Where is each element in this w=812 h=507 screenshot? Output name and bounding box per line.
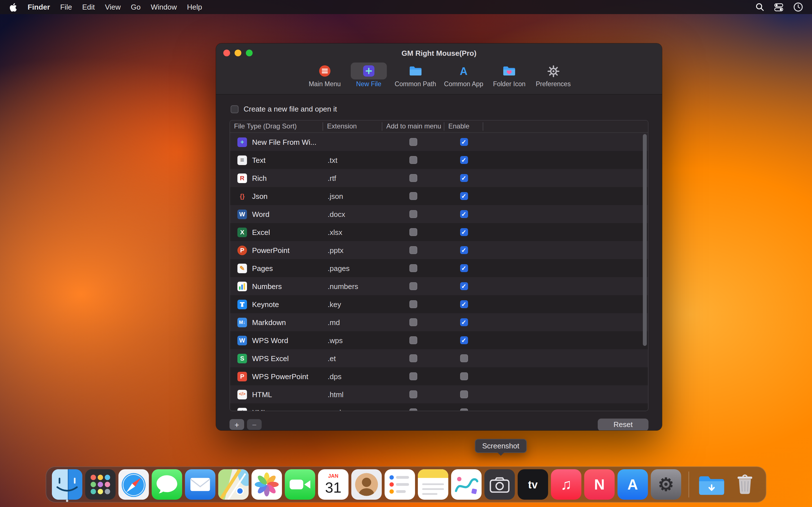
enable-checkbox[interactable] bbox=[460, 282, 468, 290]
add-to-main-menu-checkbox[interactable] bbox=[409, 300, 417, 308]
dock-music-icon[interactable]: ♫ bbox=[551, 469, 581, 500]
enable-checkbox[interactable] bbox=[460, 138, 468, 146]
enable-checkbox[interactable] bbox=[460, 174, 468, 182]
dock-tv-icon[interactable]: tv bbox=[518, 469, 548, 500]
table-row[interactable]: WWord.docx bbox=[230, 205, 648, 223]
add-to-main-menu-checkbox[interactable] bbox=[409, 174, 417, 182]
add-to-main-menu-checkbox[interactable] bbox=[409, 228, 417, 236]
apple-menu-icon[interactable] bbox=[9, 2, 17, 12]
menu-window[interactable]: Window bbox=[151, 3, 177, 11]
menu-app-name[interactable]: Finder bbox=[28, 3, 50, 11]
table-row[interactable]: M↓Markdown.md bbox=[230, 313, 648, 331]
add-to-main-menu-checkbox[interactable] bbox=[409, 192, 417, 200]
dock-reminders-icon[interactable] bbox=[385, 469, 415, 500]
dock-facetime-icon[interactable] bbox=[285, 469, 315, 500]
table-row[interactable]: XExcel.xlsx bbox=[230, 223, 648, 241]
dock-calendar-icon[interactable]: JAN31 bbox=[318, 469, 349, 500]
enable-checkbox[interactable] bbox=[460, 210, 468, 218]
enable-checkbox[interactable] bbox=[460, 192, 468, 200]
add-to-main-menu-checkbox[interactable] bbox=[409, 354, 417, 362]
add-file-type-button[interactable]: + bbox=[230, 419, 244, 430]
table-row[interactable]: SWPS Excel.et bbox=[230, 349, 648, 367]
enable-checkbox[interactable] bbox=[460, 354, 468, 362]
minimize-button[interactable] bbox=[235, 50, 241, 56]
enable-checkbox[interactable] bbox=[460, 300, 468, 308]
add-to-main-menu-checkbox[interactable] bbox=[409, 318, 417, 326]
enable-checkbox[interactable] bbox=[460, 246, 468, 254]
tab-folder-icon[interactable]: Folder Icon bbox=[491, 62, 527, 87]
dock-finder-icon[interactable] bbox=[52, 469, 82, 500]
table-scrollbar[interactable] bbox=[643, 134, 647, 346]
reset-button[interactable]: Reset bbox=[598, 418, 649, 431]
wps-word-file-icon: W bbox=[238, 335, 247, 345]
table-row[interactable]: RRich.rtf bbox=[230, 169, 648, 187]
dock-settings-icon[interactable]: ⚙ bbox=[651, 469, 681, 500]
dock-maps-icon[interactable] bbox=[218, 469, 249, 500]
column-header-1[interactable]: File Type (Drag Sort) bbox=[230, 122, 323, 131]
add-to-main-menu-checkbox[interactable] bbox=[409, 390, 417, 398]
enable-checkbox[interactable] bbox=[460, 336, 468, 344]
enable-checkbox[interactable] bbox=[460, 318, 468, 326]
dock-notes-icon[interactable] bbox=[418, 469, 448, 500]
window-titlebar[interactable]: GM Right Mouse(Pro) bbox=[216, 43, 662, 62]
tab-common-path[interactable]: Common Path bbox=[395, 62, 436, 87]
tab-new-file[interactable]: New File bbox=[351, 62, 387, 87]
dock-safari-icon[interactable] bbox=[118, 469, 149, 500]
search-icon[interactable] bbox=[756, 3, 764, 11]
menu-edit[interactable]: Edit bbox=[82, 3, 95, 11]
dock-freeform-icon[interactable] bbox=[451, 469, 481, 500]
add-to-main-menu-checkbox[interactable] bbox=[409, 138, 417, 146]
column-header-4[interactable]: Enable bbox=[444, 122, 483, 131]
dock-screenshot-icon[interactable] bbox=[485, 469, 515, 500]
dock-news-icon[interactable]: N bbox=[584, 469, 615, 500]
dock-trash-icon[interactable] bbox=[730, 469, 760, 500]
enable-checkbox[interactable] bbox=[460, 372, 468, 380]
add-to-main-menu-checkbox[interactable] bbox=[409, 408, 417, 411]
table-row[interactable]: </>HTML.html bbox=[230, 385, 648, 403]
add-to-main-menu-checkbox[interactable] bbox=[409, 210, 417, 218]
add-to-main-menu-checkbox[interactable] bbox=[409, 156, 417, 164]
add-to-main-menu-checkbox[interactable] bbox=[409, 372, 417, 380]
remove-file-type-button[interactable]: − bbox=[247, 419, 262, 430]
table-row[interactable]: ≡Text.txt bbox=[230, 151, 648, 169]
menu-help[interactable]: Help bbox=[187, 3, 202, 11]
enable-checkbox[interactable] bbox=[460, 390, 468, 398]
table-row[interactable]: +New File From Wi... bbox=[230, 133, 648, 151]
dock-contacts-icon[interactable] bbox=[351, 469, 382, 500]
dock-messages-icon[interactable] bbox=[152, 469, 182, 500]
dock-appstore-icon[interactable]: A bbox=[617, 469, 648, 500]
enable-checkbox[interactable] bbox=[460, 264, 468, 272]
add-to-main-menu-checkbox[interactable] bbox=[409, 282, 417, 290]
control-center-icon[interactable] bbox=[774, 3, 783, 11]
column-header-2[interactable]: Extension bbox=[323, 122, 382, 131]
column-header-3[interactable]: Add to main menu bbox=[382, 122, 444, 131]
dock-mail-icon[interactable] bbox=[185, 469, 215, 500]
menu-file[interactable]: File bbox=[60, 3, 72, 11]
zoom-button[interactable] bbox=[246, 50, 253, 56]
dock-photos-icon[interactable] bbox=[252, 469, 282, 500]
table-row[interactable]: ✎Pages.pages bbox=[230, 259, 648, 277]
table-row[interactable]: {}Json.json bbox=[230, 187, 648, 205]
close-button[interactable] bbox=[223, 50, 230, 56]
tab-preferences[interactable]: Preferences bbox=[535, 62, 571, 87]
add-to-main-menu-checkbox[interactable] bbox=[409, 246, 417, 254]
enable-checkbox[interactable] bbox=[460, 408, 468, 411]
table-row[interactable]: WWPS Word.wps bbox=[230, 331, 648, 349]
table-row[interactable]: Keynote.key bbox=[230, 295, 648, 313]
menu-go[interactable]: Go bbox=[131, 3, 141, 11]
table-row[interactable]: PWPS PowerPoint.dps bbox=[230, 367, 648, 385]
table-row[interactable]: PPowerPoint.pptx bbox=[230, 241, 648, 259]
enable-checkbox[interactable] bbox=[460, 156, 468, 164]
menu-view[interactable]: View bbox=[105, 3, 121, 11]
table-row[interactable]: </>XML.xml bbox=[230, 403, 648, 411]
table-row[interactable]: Numbers.numbers bbox=[230, 277, 648, 295]
add-to-main-menu-checkbox[interactable] bbox=[409, 336, 417, 344]
dock-launchpad-icon[interactable] bbox=[85, 469, 116, 500]
tab-common-app[interactable]: ACommon App bbox=[444, 62, 483, 87]
dock-downloads-icon[interactable] bbox=[696, 469, 727, 500]
add-to-main-menu-checkbox[interactable] bbox=[409, 264, 417, 272]
enable-checkbox[interactable] bbox=[460, 228, 468, 236]
create-file-checkbox[interactable] bbox=[231, 105, 239, 113]
menu-status-icon[interactable] bbox=[794, 2, 803, 12]
tab-main-menu[interactable]: Main Menu bbox=[307, 62, 343, 87]
